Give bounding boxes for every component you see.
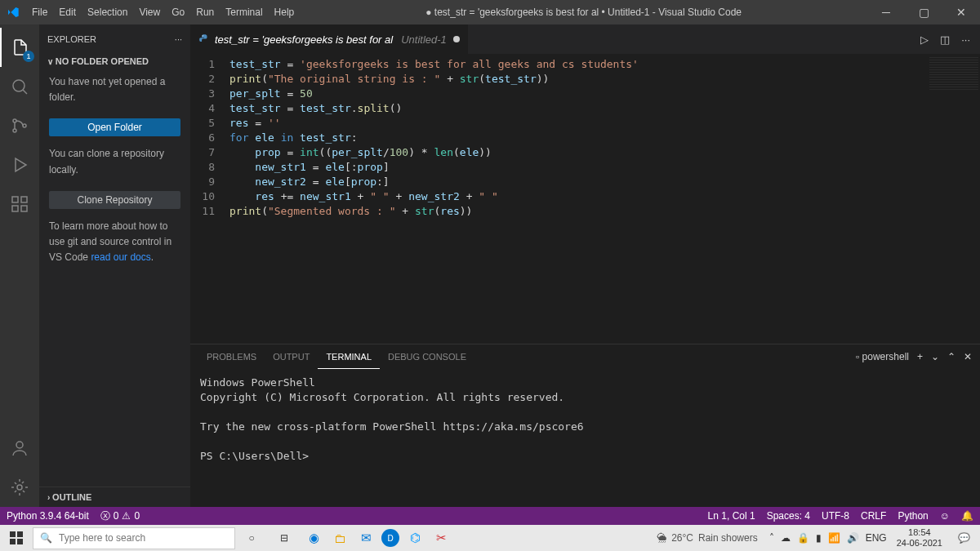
language-mode[interactable]: Python	[898, 510, 928, 522]
titlebar: FileEditSelectionViewGoRunTerminalHelp ●…	[0, 0, 980, 24]
editor-area: test_str = 'geeksforgeeks is best for al…	[190, 24, 980, 507]
minimize-button[interactable]: ─	[867, 0, 905, 24]
split-editor-icon[interactable]: ◫	[940, 33, 950, 46]
menu-go[interactable]: Go	[166, 7, 190, 18]
sidebar-more-icon[interactable]: ···	[175, 34, 182, 44]
explorer-icon[interactable]: 1	[0, 28, 39, 67]
svg-rect-4	[12, 197, 18, 202]
snip-icon[interactable]: ✂	[430, 527, 452, 549]
svg-point-0	[13, 80, 24, 91]
eol[interactable]: CRLF	[861, 510, 886, 522]
open-folder-button[interactable]: Open Folder	[49, 118, 180, 136]
panel-tab-debug-console[interactable]: DEBUG CONSOLE	[380, 344, 474, 369]
svg-rect-14	[17, 539, 23, 544]
panel-tab-terminal[interactable]: TERMINAL	[318, 344, 380, 369]
activity-bar: 1	[0, 24, 39, 507]
run-debug-icon[interactable]	[0, 145, 39, 184]
svg-rect-6	[12, 206, 18, 211]
no-folder-label[interactable]: NO FOLDER OPENED	[39, 53, 190, 69]
panel-tabs: PROBLEMSOUTPUTTERMINALDEBUG CONSOLE ▫ po…	[190, 344, 980, 369]
svg-rect-5	[21, 197, 27, 202]
cursor-position[interactable]: Ln 1, Col 1	[708, 510, 755, 522]
python-version[interactable]: Python 3.9.4 64-bit	[7, 510, 89, 522]
settings-gear-icon[interactable]	[0, 468, 39, 507]
sidebar: EXPLORER ··· NO FOLDER OPENED You have n…	[39, 24, 190, 507]
weather-icon: 🌦	[657, 532, 666, 544]
tab-filename: test_str = 'geeksforgeeks is best for al	[215, 33, 393, 46]
vscode-logo-icon	[7, 6, 20, 19]
menu-terminal[interactable]: Terminal	[220, 7, 268, 18]
dell-icon[interactable]: D	[381, 529, 399, 547]
svg-rect-13	[10, 539, 16, 544]
task-view-icon[interactable]: ⊟	[268, 525, 301, 551]
menu-help[interactable]: Help	[269, 7, 301, 18]
input-lang[interactable]: ENG	[866, 532, 887, 544]
menu-view[interactable]: View	[133, 7, 166, 18]
onedrive-icon[interactable]: ☁	[781, 532, 791, 544]
battery-icon[interactable]: ▮	[816, 532, 822, 544]
no-folder-msg: You have not yet opened a folder.	[39, 69, 190, 113]
status-bar: Python 3.9.4 64-bit ⓧ 0 ⚠ 0 Ln 1, Col 1 …	[0, 507, 980, 525]
close-panel-icon[interactable]: ✕	[964, 351, 972, 362]
weather-widget[interactable]: 🌦 26°C Rain showers	[650, 532, 764, 544]
terminal-dropdown-icon[interactable]: ⌄	[931, 351, 939, 362]
file-explorer-icon[interactable]: 🗀	[329, 527, 350, 549]
edge-icon[interactable]: ◉	[303, 527, 324, 549]
accounts-icon[interactable]	[0, 429, 39, 468]
window-title: ● test_str = 'geeksforgeeks is best for …	[300, 7, 867, 18]
new-terminal-icon[interactable]: +	[917, 351, 923, 362]
problems-status[interactable]: ⓧ 0 ⚠ 0	[100, 509, 140, 523]
encoding[interactable]: UTF-8	[822, 510, 849, 522]
close-button[interactable]: ✕	[942, 0, 980, 24]
dirty-indicator-icon	[453, 36, 460, 42]
action-center-icon[interactable]: 💬	[947, 525, 980, 551]
menu-selection[interactable]: Selection	[82, 7, 133, 18]
editor-tabs: test_str = 'geeksforgeeks is best for al…	[190, 24, 980, 54]
maximize-panel-icon[interactable]: ⌃	[947, 351, 956, 362]
terminal-shell-label[interactable]: ▫ powershell	[856, 351, 909, 362]
search-icon[interactable]	[0, 67, 39, 106]
svg-rect-12	[17, 531, 23, 537]
line-gutter: 1234567891011	[190, 54, 225, 344]
minimap[interactable]	[929, 57, 978, 90]
run-file-icon[interactable]: ▷	[920, 33, 929, 46]
notifications-icon[interactable]: 🔔	[961, 510, 973, 522]
terminal[interactable]: Windows PowerShell Copyright (C) Microso…	[190, 369, 980, 507]
panel-tab-output[interactable]: OUTPUT	[265, 344, 318, 369]
editor-more-icon[interactable]: ···	[961, 33, 970, 46]
menu-run[interactable]: Run	[190, 7, 220, 18]
code-content[interactable]: test_str = 'geeksforgeeks is best for al…	[225, 54, 980, 344]
tab-secondary: Untitled-1	[401, 33, 447, 46]
source-control-icon[interactable]	[0, 106, 39, 145]
svg-point-9	[17, 485, 22, 490]
clone-msg: You can clone a repository locally.	[39, 141, 190, 185]
menu-file[interactable]: File	[26, 7, 53, 18]
search-icon: 🔍	[40, 532, 52, 544]
python-file-icon	[198, 33, 210, 45]
bottom-panel: PROBLEMSOUTPUTTERMINALDEBUG CONSOLE ▫ po…	[190, 344, 980, 507]
editor-tab[interactable]: test_str = 'geeksforgeeks is best for al…	[190, 24, 468, 54]
taskbar-search[interactable]: 🔍 Type here to search	[33, 527, 235, 549]
security-icon[interactable]: 🔒	[797, 532, 809, 544]
mail-icon[interactable]: ✉	[355, 527, 376, 549]
panel-tab-problems[interactable]: PROBLEMS	[198, 344, 265, 369]
clone-repo-button[interactable]: Clone Repository	[49, 191, 180, 209]
vscode-taskbar-icon[interactable]: ⌬	[404, 527, 425, 549]
maximize-button[interactable]: ▢	[905, 0, 942, 24]
extensions-icon[interactable]	[0, 184, 39, 224]
start-button[interactable]	[0, 525, 33, 551]
volume-icon[interactable]: 🔊	[847, 532, 859, 544]
read-docs-link[interactable]: read our docs	[91, 251, 150, 263]
menu-edit[interactable]: Edit	[53, 7, 82, 18]
wifi-icon[interactable]: 📶	[828, 532, 840, 544]
indentation[interactable]: Spaces: 4	[767, 510, 810, 522]
search-placeholder: Type here to search	[59, 532, 145, 544]
svg-point-10	[203, 35, 203, 36]
cortana-icon[interactable]: ○	[235, 525, 268, 551]
system-tray[interactable]: ˄ ☁ 🔒 ▮ 📶 🔊 ENG	[764, 532, 892, 544]
code-editor[interactable]: 1234567891011 test_str = 'geeksforgeeks …	[190, 54, 980, 344]
feedback-icon[interactable]: ☺	[940, 510, 950, 522]
clock[interactable]: 18:54 24-06-2021	[892, 527, 947, 549]
outline-section[interactable]: OUTLINE	[39, 487, 190, 507]
tray-chevron-icon[interactable]: ˄	[769, 532, 774, 544]
